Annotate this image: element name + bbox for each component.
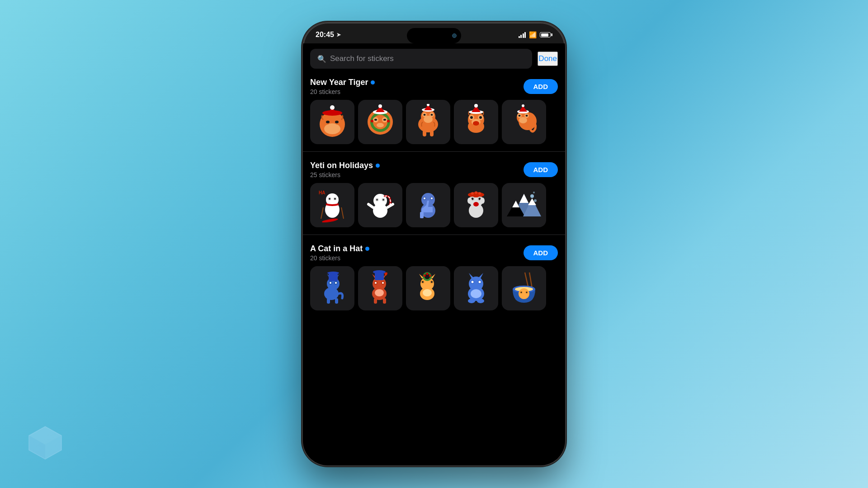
signal-bar-4 — [524, 32, 526, 38]
svg-point-85 — [475, 191, 477, 194]
new-dot-1 — [371, 80, 375, 84]
svg-point-79 — [431, 197, 433, 199]
svg-point-48 — [519, 117, 527, 123]
svg-point-143 — [469, 277, 483, 291]
svg-marker-144 — [469, 273, 474, 278]
signal-bars-icon — [519, 32, 526, 38]
wifi-icon: 📶 — [529, 31, 537, 38]
svg-point-8 — [330, 105, 335, 110]
add-button-2[interactable]: ADD — [524, 162, 558, 177]
location-icon: ➤ — [336, 32, 341, 38]
svg-text:HA: HA — [319, 190, 325, 195]
sticker-pack-yeti-on-holidays: Yeti on Holidays 25 stickers ADD HA — [303, 161, 565, 227]
pack-count-1: 20 stickers — [310, 88, 375, 95]
sticker-item[interactable] — [502, 100, 546, 144]
svg-point-52 — [526, 115, 528, 117]
svg-marker-97 — [519, 194, 528, 203]
svg-line-154 — [529, 272, 532, 288]
svg-point-22 — [378, 104, 382, 108]
svg-point-14 — [374, 119, 377, 121]
signal-bar-3 — [523, 33, 524, 38]
svg-line-72 — [368, 204, 373, 207]
svg-point-125 — [375, 289, 384, 296]
svg-point-121 — [375, 282, 377, 284]
svg-point-78 — [424, 197, 425, 199]
search-bar[interactable]: 🔍 Search for stickers Done — [310, 49, 558, 69]
search-input[interactable]: Search for stickers — [330, 54, 394, 63]
done-button[interactable]: Done — [538, 52, 558, 66]
svg-point-100 — [530, 194, 534, 198]
svg-rect-80 — [420, 212, 424, 218]
svg-point-112 — [327, 272, 339, 274]
divider-1 — [303, 151, 565, 152]
watermark-logo — [27, 425, 63, 461]
svg-point-45 — [474, 104, 478, 108]
dynamic-island — [407, 28, 461, 43]
svg-point-17 — [371, 120, 373, 122]
svg-point-151 — [468, 299, 475, 303]
svg-point-28 — [424, 114, 426, 116]
sticker-item[interactable] — [406, 183, 450, 227]
svg-line-63 — [321, 207, 323, 219]
sticker-pack-cat-in-hat: A Cat in a Hat 20 stickers ADD — [303, 244, 565, 310]
section-header-2: Yeti on Holidays 25 stickers ADD — [310, 161, 558, 178]
svg-rect-126 — [374, 298, 377, 304]
svg-point-65 — [322, 218, 338, 223]
signal-bar-1 — [519, 36, 520, 38]
svg-point-150 — [471, 289, 481, 298]
section-header-1: New Year Tiger 20 stickers ADD — [310, 78, 558, 95]
add-button-1[interactable]: ADD — [524, 79, 558, 94]
svg-point-55 — [522, 104, 524, 107]
sticker-item[interactable] — [454, 266, 498, 310]
svg-point-160 — [521, 292, 522, 293]
sticker-item[interactable]: HA — [310, 183, 354, 227]
sticker-item[interactable] — [502, 266, 546, 310]
svg-point-122 — [382, 282, 384, 284]
phone-content[interactable]: 🔍 Search for stickers Done New Year Tige… — [303, 43, 565, 465]
section-header-3: A Cat in a Hat 20 stickers ADD — [310, 244, 558, 262]
sticker-item[interactable] — [358, 183, 402, 227]
svg-point-161 — [526, 292, 528, 293]
svg-point-110 — [335, 282, 337, 284]
sticker-pack-new-year-tiger: New Year Tiger 20 stickers ADD — [303, 78, 565, 144]
section-title-wrap-3: A Cat in a Hat 20 stickers — [310, 244, 369, 262]
pack-name-2: Yeti on Holidays — [310, 161, 380, 170]
svg-point-109 — [330, 282, 331, 284]
svg-marker-98 — [512, 201, 519, 207]
sticker-item[interactable] — [358, 266, 402, 310]
svg-point-134 — [422, 281, 424, 283]
svg-line-64 — [341, 207, 344, 219]
search-input-wrapper[interactable]: 🔍 Search for stickers — [310, 49, 532, 69]
svg-point-149 — [479, 281, 481, 283]
svg-point-138 — [424, 275, 426, 277]
sticker-item[interactable] — [502, 183, 546, 227]
svg-point-152 — [477, 299, 484, 303]
svg-point-16 — [377, 123, 384, 127]
sticker-item[interactable] — [406, 266, 450, 310]
svg-point-40 — [479, 116, 482, 119]
svg-point-4 — [326, 121, 330, 123]
svg-point-1 — [324, 123, 340, 134]
svg-point-93 — [480, 197, 485, 204]
signal-bar-2 — [520, 35, 522, 38]
sticker-item[interactable] — [310, 100, 354, 144]
svg-point-84 — [471, 192, 474, 195]
add-button-3[interactable]: ADD — [524, 245, 558, 260]
sticker-item[interactable] — [406, 100, 450, 144]
section-title-wrap-2: Yeti on Holidays 25 stickers — [310, 161, 380, 178]
svg-point-91 — [473, 202, 479, 206]
svg-point-92 — [467, 197, 472, 204]
svg-point-135 — [431, 281, 433, 283]
svg-point-51 — [519, 115, 521, 117]
svg-point-140 — [426, 273, 429, 275]
sticker-item[interactable] — [454, 100, 498, 144]
sticker-row-2: HA — [310, 183, 558, 227]
svg-point-70 — [376, 199, 378, 201]
svg-point-18 — [387, 120, 390, 122]
pack-name-1: New Year Tiger — [310, 78, 375, 87]
pack-count-2: 25 stickers — [310, 171, 380, 178]
sticker-item[interactable] — [454, 183, 498, 227]
sticker-item[interactable] — [358, 100, 402, 144]
sticker-item[interactable] — [310, 266, 354, 310]
svg-point-61 — [329, 198, 330, 200]
